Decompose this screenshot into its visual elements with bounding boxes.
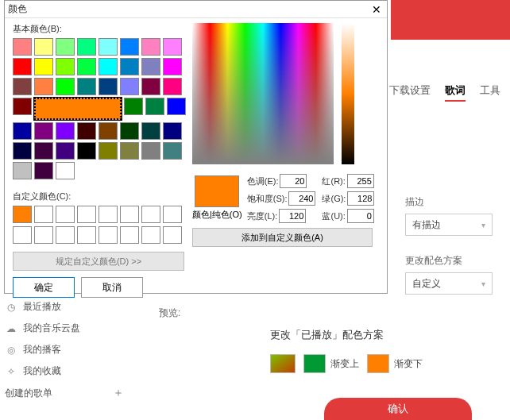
basic-swatch[interactable] bbox=[163, 78, 182, 95]
preview-label: 预览: bbox=[159, 306, 180, 320]
close-icon[interactable]: ✕ bbox=[369, 2, 384, 17]
sidebar-item-fav[interactable]: ✧我的收藏 bbox=[5, 364, 132, 378]
custom-swatch[interactable] bbox=[56, 206, 75, 223]
basic-swatch[interactable] bbox=[77, 38, 96, 56]
red-input[interactable] bbox=[347, 174, 374, 188]
basic-swatch[interactable] bbox=[56, 58, 75, 75]
basic-swatch[interactable] bbox=[120, 142, 139, 160]
basic-swatch[interactable] bbox=[34, 58, 53, 75]
custom-swatch[interactable] bbox=[120, 226, 139, 244]
custom-swatch[interactable] bbox=[13, 226, 32, 244]
basic-swatch[interactable] bbox=[77, 58, 96, 75]
custom-swatch[interactable] bbox=[99, 226, 118, 244]
basic-swatch[interactable] bbox=[56, 162, 75, 179]
color-gradient[interactable] bbox=[192, 23, 334, 164]
basic-swatch[interactable] bbox=[34, 162, 53, 179]
basic-swatch[interactable] bbox=[145, 98, 164, 115]
basic-swatch[interactable] bbox=[141, 78, 160, 95]
custom-swatch[interactable] bbox=[77, 206, 96, 223]
chevron-down-icon: ▾ bbox=[481, 279, 485, 288]
scheme-title: 更改「已播放」配色方案 bbox=[270, 328, 508, 342]
basic-swatch[interactable] bbox=[13, 98, 32, 115]
sat-input[interactable] bbox=[288, 191, 315, 206]
tab-download[interactable]: 下载设置 bbox=[389, 83, 431, 102]
basic-swatch[interactable] bbox=[124, 98, 143, 115]
define-custom-button[interactable]: 规定自定义颜色(D) >> bbox=[13, 252, 184, 271]
scheme-select[interactable]: 自定义▾ bbox=[405, 272, 493, 295]
plus-icon[interactable]: ＋ bbox=[113, 386, 132, 400]
basic-swatch[interactable] bbox=[99, 78, 118, 95]
basic-swatch[interactable] bbox=[34, 78, 53, 95]
clock-icon: ◷ bbox=[5, 301, 17, 313]
basic-swatch[interactable] bbox=[163, 122, 182, 140]
sidebar-item-created[interactable]: 创建的歌单＋ bbox=[5, 386, 132, 400]
basic-swatch[interactable] bbox=[56, 38, 75, 56]
blue-input[interactable] bbox=[347, 209, 374, 223]
confirm-button[interactable]: 确认 bbox=[324, 398, 472, 420]
basic-swatch[interactable] bbox=[13, 38, 32, 56]
color-dialog: 颜色 ✕ 基本颜色(B): 自定义颜色(C): 规定自定义颜色(D) >> 确定… bbox=[4, 0, 388, 294]
basic-swatch[interactable] bbox=[167, 98, 186, 115]
cancel-button[interactable]: 取消 bbox=[81, 277, 143, 298]
custom-swatch[interactable] bbox=[141, 226, 160, 244]
custom-swatch[interactable] bbox=[141, 206, 160, 223]
basic-swatch[interactable] bbox=[163, 58, 182, 75]
grad-down-chip[interactable]: 渐变下 bbox=[367, 354, 423, 373]
custom-swatch[interactable] bbox=[163, 206, 182, 223]
basic-swatch[interactable] bbox=[56, 122, 75, 140]
basic-swatch[interactable] bbox=[163, 38, 182, 56]
basic-swatch[interactable] bbox=[120, 38, 139, 56]
basic-swatch[interactable] bbox=[56, 78, 75, 95]
custom-swatch[interactable] bbox=[163, 226, 182, 244]
basic-swatch[interactable] bbox=[34, 142, 53, 160]
sidebar-item-podcast[interactable]: ◎我的播客 bbox=[5, 343, 132, 356]
basic-swatch[interactable] bbox=[141, 38, 160, 56]
basic-colors-label: 基本颜色(B): bbox=[13, 23, 186, 35]
custom-colors-label: 自定义颜色(C): bbox=[13, 191, 186, 202]
basic-swatch[interactable] bbox=[13, 122, 32, 140]
gradient-preview bbox=[270, 354, 296, 373]
sidebar-item-cloud[interactable]: ☁我的音乐云盘 bbox=[5, 322, 132, 335]
basic-swatch[interactable] bbox=[13, 78, 32, 95]
basic-swatch[interactable] bbox=[77, 78, 96, 95]
basic-swatch[interactable] bbox=[34, 98, 122, 120]
basic-swatch[interactable] bbox=[141, 58, 160, 75]
lum-input[interactable] bbox=[279, 209, 306, 223]
custom-swatch[interactable] bbox=[99, 206, 118, 223]
basic-swatch[interactable] bbox=[141, 142, 160, 160]
custom-swatch[interactable] bbox=[13, 206, 32, 223]
basic-swatch[interactable] bbox=[99, 58, 118, 75]
basic-swatch[interactable] bbox=[141, 122, 160, 140]
grad-up-chip[interactable]: 渐变上 bbox=[303, 354, 359, 373]
basic-swatch[interactable] bbox=[56, 142, 75, 160]
add-custom-button[interactable]: 添加到自定义颜色(A) bbox=[192, 228, 373, 247]
custom-swatch[interactable] bbox=[34, 226, 53, 244]
basic-swatch[interactable] bbox=[13, 58, 32, 75]
basic-swatch[interactable] bbox=[34, 122, 53, 140]
basic-swatch[interactable] bbox=[99, 122, 118, 140]
stroke-select[interactable]: 有描边▾ bbox=[405, 214, 493, 236]
basic-swatch[interactable] bbox=[13, 162, 32, 179]
basic-swatch[interactable] bbox=[13, 142, 32, 160]
custom-swatch[interactable] bbox=[120, 206, 139, 223]
basic-swatch[interactable] bbox=[120, 78, 139, 95]
hue-input[interactable] bbox=[280, 174, 307, 188]
basic-swatch[interactable] bbox=[99, 142, 118, 160]
custom-swatch[interactable] bbox=[77, 226, 96, 244]
basic-swatch[interactable] bbox=[77, 142, 96, 160]
custom-swatch[interactable] bbox=[56, 226, 75, 244]
basic-swatch[interactable] bbox=[120, 122, 139, 140]
luminance-slider[interactable] bbox=[342, 23, 354, 164]
tab-lyric[interactable]: 歌词 bbox=[445, 83, 466, 102]
basic-swatch[interactable] bbox=[163, 142, 182, 160]
basic-swatch[interactable] bbox=[120, 58, 139, 75]
ok-button[interactable]: 确定 bbox=[13, 277, 75, 298]
custom-swatch[interactable] bbox=[34, 206, 53, 223]
basic-swatch[interactable] bbox=[34, 38, 53, 56]
basic-swatch[interactable] bbox=[99, 38, 118, 56]
basic-swatch[interactable] bbox=[77, 122, 96, 140]
preview-label: 颜色|纯色(O) bbox=[192, 209, 242, 221]
tab-tool[interactable]: 工具 bbox=[480, 83, 500, 102]
stroke-label: 描边 bbox=[405, 195, 504, 209]
green-input[interactable] bbox=[347, 191, 374, 206]
